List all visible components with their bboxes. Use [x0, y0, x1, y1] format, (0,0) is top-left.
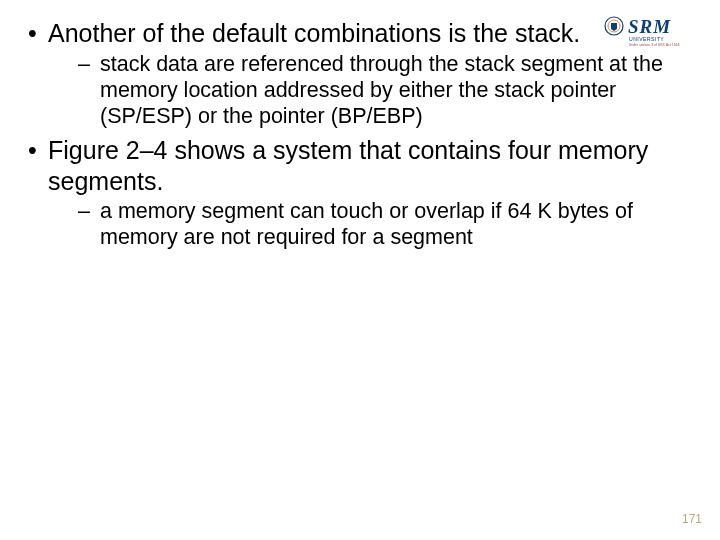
list-item: stack data are referenced through the st…	[48, 51, 695, 130]
sub-bullet-text: a memory segment can touch or overlap if…	[100, 199, 633, 249]
list-item: Figure 2–4 shows a system that contains …	[20, 135, 695, 250]
list-item: a memory segment can touch or overlap if…	[48, 198, 695, 250]
bullet-text: Figure 2–4 shows a system that contains …	[48, 136, 648, 195]
list-item: Another of the default combinations is t…	[20, 18, 695, 129]
sub-bullet-list: stack data are referenced through the st…	[48, 51, 695, 130]
sub-bullet-list: a memory segment can touch or overlap if…	[48, 198, 695, 250]
bullet-list: Another of the default combinations is t…	[20, 18, 695, 251]
bullet-text: Another of the default combinations is t…	[48, 19, 580, 47]
slide-content: Another of the default combinations is t…	[20, 18, 695, 257]
slide: SRM UNIVERSITY Under section 3 of UGC Ac…	[0, 0, 720, 540]
sub-bullet-text: stack data are referenced through the st…	[100, 52, 663, 128]
page-number: 171	[682, 512, 702, 526]
